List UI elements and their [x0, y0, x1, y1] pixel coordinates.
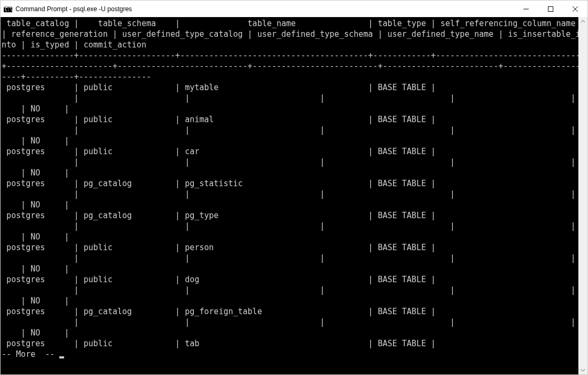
terminal-area: table_catalog | table_schema | table_nam… — [1, 17, 587, 374]
window-buttons — [514, 1, 587, 17]
svg-line-6 — [573, 6, 578, 12]
scroll-up-button[interactable] — [578, 17, 587, 26]
scroll-track[interactable] — [578, 26, 587, 365]
maximize-button[interactable] — [538, 1, 563, 17]
close-button[interactable] — [563, 1, 587, 17]
svg-line-5 — [573, 6, 578, 12]
command-prompt-window: C:\ Command Prompt - psql.exe -U postgre… — [0, 0, 588, 375]
window-title: Command Prompt - psql.exe -U postgres — [15, 5, 514, 13]
cursor — [59, 356, 64, 358]
svg-text:C:\: C:\ — [5, 7, 12, 12]
minimize-button[interactable] — [514, 1, 538, 17]
svg-rect-4 — [548, 6, 553, 11]
app-icon: C:\ — [4, 5, 12, 13]
terminal-output[interactable]: table_catalog | table_schema | table_nam… — [1, 17, 578, 374]
scrollbar[interactable] — [578, 17, 587, 374]
titlebar[interactable]: C:\ Command Prompt - psql.exe -U postgre… — [1, 1, 587, 17]
scroll-down-button[interactable] — [578, 365, 587, 374]
